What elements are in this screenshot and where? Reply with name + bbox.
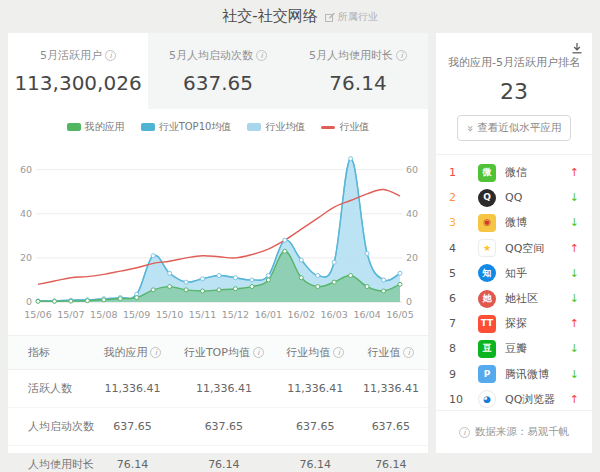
- metric-value: 76.14: [277, 446, 354, 472]
- trend-down-icon: ↓: [569, 342, 579, 355]
- data-point[interactable]: [398, 282, 402, 286]
- data-point[interactable]: [250, 285, 254, 289]
- ranking-row[interactable]: 2QQQ↓: [436, 185, 592, 210]
- y-axis-tick: 40: [20, 208, 32, 219]
- data-point[interactable]: [118, 297, 122, 301]
- info-icon[interactable]: [403, 347, 414, 358]
- legend-swatch: [321, 126, 335, 129]
- data-point[interactable]: [201, 289, 205, 293]
- data-point[interactable]: [398, 271, 402, 275]
- metric-value: 76.14: [354, 446, 428, 472]
- info-icon[interactable]: [150, 347, 161, 358]
- data-point[interactable]: [201, 277, 205, 281]
- trend-chart[interactable]: 0020204040606015/0615/0715/0815/0915/101…: [8, 136, 428, 328]
- kpi-value: 76.14: [288, 71, 428, 95]
- metric-name: 活跃人数: [8, 370, 94, 408]
- ranking-row[interactable]: 3◉微博↓: [436, 210, 592, 235]
- data-point[interactable]: [233, 287, 237, 291]
- data-point[interactable]: [151, 288, 155, 292]
- legend-item[interactable]: 行业均值: [247, 120, 305, 134]
- page-header: 社交-社交网络 所属行业: [0, 0, 600, 33]
- ranking-row[interactable]: 1微微信↑: [436, 160, 592, 185]
- rank-number: 7: [449, 317, 467, 330]
- kpi-label: 5月活跃用户: [40, 49, 102, 62]
- data-source: 数据来源：易观千帆: [436, 410, 592, 453]
- data-point[interactable]: [349, 157, 353, 161]
- data-point[interactable]: [102, 298, 106, 302]
- app-name: QQ: [505, 191, 569, 204]
- data-point[interactable]: [69, 299, 73, 303]
- x-axis-tick: 16/02: [288, 309, 315, 320]
- data-point[interactable]: [85, 299, 89, 303]
- kpi-tab-duration[interactable]: 5月人均使用时长 76.14: [288, 33, 428, 109]
- ranking-row[interactable]: 4★QQ空间↑: [436, 236, 592, 261]
- x-axis-tick: 16/04: [353, 309, 380, 320]
- data-point[interactable]: [382, 289, 386, 293]
- col-header-metric: 指标: [8, 336, 94, 370]
- info-icon[interactable]: [333, 347, 344, 358]
- data-point[interactable]: [217, 274, 221, 278]
- info-icon[interactable]: [256, 50, 267, 61]
- data-point[interactable]: [349, 274, 353, 278]
- y-axis-tick: 20: [20, 252, 32, 263]
- industry-link[interactable]: 所属行业: [325, 10, 378, 24]
- chevron-double-down-icon: »: [464, 125, 475, 132]
- data-point[interactable]: [283, 249, 287, 253]
- data-point[interactable]: [36, 299, 40, 303]
- data-point[interactable]: [299, 276, 303, 280]
- legend-item[interactable]: 行业值: [321, 120, 369, 134]
- kpi-tab-active-users[interactable]: 5月活跃用户 113,300,026: [8, 33, 148, 109]
- ranking-row[interactable]: 10◕QQ浏览器↑: [436, 387, 592, 412]
- view-similar-apps-button[interactable]: » 查看近似水平应用: [457, 115, 572, 141]
- x-axis-tick: 15/12: [222, 309, 249, 320]
- data-point[interactable]: [184, 280, 188, 284]
- app-name: 微信: [505, 165, 569, 180]
- data-point[interactable]: [283, 238, 287, 242]
- data-point[interactable]: [217, 288, 221, 292]
- qq-browser-icon: ◕: [478, 390, 496, 408]
- ranking-row[interactable]: 6她她社区↓: [436, 286, 592, 311]
- data-point[interactable]: [184, 288, 188, 292]
- data-point[interactable]: [332, 280, 336, 284]
- rank-number: 3: [449, 216, 467, 229]
- ranking-row[interactable]: 9P腾讯微博↓: [436, 362, 592, 387]
- data-point[interactable]: [266, 278, 270, 282]
- kpi-tab-launches[interactable]: 5月人均启动次数 637.65: [148, 33, 288, 109]
- data-point[interactable]: [168, 285, 172, 289]
- info-icon[interactable]: [253, 347, 264, 358]
- metric-name: 人均启动次数: [8, 408, 94, 446]
- data-point[interactable]: [233, 276, 237, 280]
- info-icon[interactable]: [105, 50, 116, 61]
- metric-value: 637.65: [171, 408, 277, 446]
- info-icon: [459, 427, 470, 438]
- trend-down-icon: ↓: [569, 267, 579, 280]
- ranking-row[interactable]: 8豆豆瓣↓: [436, 336, 592, 361]
- data-point[interactable]: [365, 285, 369, 289]
- download-icon[interactable]: [571, 42, 583, 54]
- info-icon[interactable]: [396, 50, 407, 61]
- legend-item[interactable]: 行业TOP10均值: [141, 120, 232, 134]
- metric-value: 11,336.41: [171, 370, 277, 408]
- app-name: 知乎: [505, 266, 569, 281]
- y-axis-tick: 60: [406, 164, 418, 175]
- data-point[interactable]: [135, 296, 139, 300]
- ranking-row[interactable]: 5知知乎↓: [436, 261, 592, 286]
- rank-number: 5: [449, 267, 467, 280]
- data-point[interactable]: [52, 299, 56, 303]
- data-point[interactable]: [168, 271, 172, 275]
- data-point[interactable]: [151, 254, 155, 258]
- data-point[interactable]: [332, 260, 336, 264]
- metric-value: 11,336.41: [277, 370, 354, 408]
- x-axis-tick: 15/08: [90, 309, 117, 320]
- data-point[interactable]: [250, 278, 254, 282]
- analytics-panel: 5月活跃用户 113,300,026 5月人均启动次数 637.65 5月人均使…: [8, 33, 428, 453]
- data-point[interactable]: [299, 258, 303, 262]
- kpi-value: 637.65: [148, 71, 288, 95]
- data-point[interactable]: [316, 274, 320, 278]
- ranking-row[interactable]: 7TT探探↑: [436, 311, 592, 336]
- data-point[interactable]: [365, 251, 369, 255]
- data-point[interactable]: [382, 278, 386, 282]
- data-point[interactable]: [316, 285, 320, 289]
- legend-item[interactable]: 我的应用: [67, 120, 125, 134]
- data-point[interactable]: [266, 274, 270, 278]
